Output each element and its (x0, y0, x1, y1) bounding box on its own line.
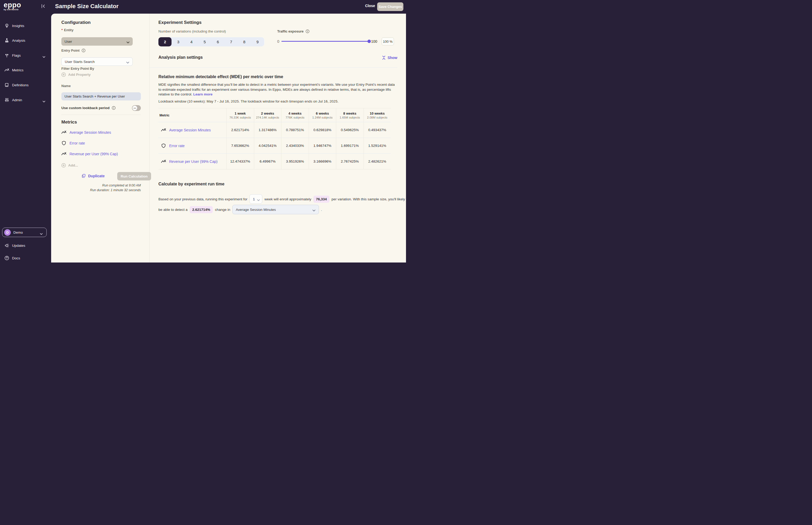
unfold-icon (382, 56, 386, 60)
chart-line-icon (161, 127, 166, 132)
lightbulb-icon (4, 23, 9, 28)
runtime-sentence-line-1: Based on your previous data, running thi… (159, 194, 405, 204)
divider (61, 115, 141, 115)
metric-item-revenue-per-user[interactable]: Revenue per User (99% Cap) (61, 151, 118, 156)
metrics-section-title: Metrics (61, 120, 77, 125)
copy-icon (81, 174, 86, 178)
runtime-metric-select[interactable]: Average Session Minutes (232, 205, 319, 214)
close-button[interactable]: Close (365, 4, 375, 8)
variation-option-7[interactable]: 7 (225, 37, 238, 46)
logo-subtext: by DATADOG (4, 9, 21, 11)
run-duration-note: Run duration: 1 minute 32 seconds (61, 188, 141, 192)
metric-link[interactable]: Average Session Minutes (159, 122, 226, 138)
sidebar-item-updates[interactable]: Updates (0, 241, 51, 250)
chevron-down-icon (257, 198, 260, 200)
learn-more-link[interactable]: Learn more (193, 92, 213, 96)
question-icon (4, 256, 9, 260)
mde-section-title: Relative minimum detectable effect (MDE)… (159, 74, 283, 79)
custom-lookback-toggle[interactable] (132, 105, 141, 111)
entry-point-label: Entry Point (61, 48, 86, 52)
run-calculation-button[interactable]: Run Calculation (117, 172, 151, 180)
name-input[interactable] (61, 92, 141, 101)
traffic-exposure-slider[interactable] (282, 41, 369, 42)
slider-max-label: 100 (371, 39, 377, 44)
entity-select[interactable]: User (61, 37, 133, 46)
analysis-plan-title: Analysis plan settings (159, 55, 203, 60)
mde-value: 1.946747% (309, 138, 336, 153)
column-header-8-weeks: 8 weeks1.65M subjects (336, 108, 363, 122)
table-header-row: Metric 1 week76.33K subjects 2 weeks274.… (159, 108, 391, 122)
mde-description: MDE signifies the smallest difference th… (159, 82, 396, 97)
metric-item-average-session-minutes[interactable]: Average Session Minutes (61, 130, 111, 135)
chevron-down-icon (126, 61, 129, 63)
mde-value: 7.653662% (226, 138, 254, 153)
mde-value: 4.042541% (254, 138, 282, 153)
account-switcher[interactable]: D Demo (2, 228, 47, 237)
runtime-section-title: Calculate by experiment run time (159, 182, 225, 186)
chevron-down-icon (312, 209, 316, 211)
variation-option-4[interactable]: 4 (185, 37, 198, 46)
variation-option-2[interactable]: 2 (159, 37, 171, 46)
run-completed-note: Run completed at 9:00 AM (61, 183, 141, 187)
traffic-exposure-label: Traffic exposure (277, 29, 310, 33)
mde-value: 0.493437% (363, 122, 391, 138)
mde-value: 3.166696% (309, 154, 336, 169)
logo-text: eppo (4, 1, 21, 9)
variation-option-8[interactable]: 8 (238, 37, 251, 46)
main-area: Experiment Settings Number of variations… (150, 14, 406, 262)
chevron-down-icon (126, 40, 130, 43)
add-property-button[interactable]: Add Property (61, 72, 91, 77)
variations-segmented-control: 2 3 4 5 6 7 8 9 (159, 37, 264, 46)
mde-value: 6.49967% (254, 154, 282, 169)
megaphone-icon (4, 243, 9, 248)
sidebar-item-docs[interactable]: Docs (0, 254, 51, 262)
variation-option-6[interactable]: 6 (211, 37, 225, 46)
mde-value: 2.482621% (363, 154, 391, 169)
column-header-4-weeks: 4 weeks776K subjects (281, 108, 309, 122)
shield-icon (161, 143, 166, 148)
entry-point-select[interactable]: User Starts Search (61, 57, 133, 66)
sidebar-item-definitions[interactable]: Definitions (0, 81, 51, 89)
variation-option-9[interactable]: 9 (251, 37, 264, 46)
sidebar: Insights Analysis Flags Metrics Definiti… (0, 14, 51, 262)
sidebar-item-admin[interactable]: Admin (0, 96, 51, 104)
column-header-6-weeks: 6 weeks1.24M subjects (309, 108, 336, 122)
mde-table: Metric 1 week76.33K subjects 2 weeks274.… (159, 108, 391, 169)
metric-link[interactable]: Error rate (159, 138, 226, 153)
flask-icon (4, 38, 9, 43)
toggle-knob (133, 106, 137, 110)
traffic-exposure-value[interactable]: 100 % (381, 38, 394, 45)
chart-line-icon (61, 130, 66, 135)
save-changes-button[interactable]: Save Changes (377, 2, 403, 11)
chart-line-icon (61, 151, 66, 156)
shield-icon (61, 140, 66, 146)
column-header-2-weeks: 2 weeks274.14K subjects (254, 108, 282, 122)
enrollment-value: 76,334 (313, 196, 329, 203)
sliders-icon (4, 97, 9, 102)
mde-value: 2.767425% (336, 154, 363, 169)
lookback-window-text: Lookback window (10 weeks): May 7 - Jul … (159, 100, 338, 103)
info-icon[interactable] (305, 29, 310, 33)
analysis-plan-show-button[interactable]: Show (382, 56, 397, 60)
sidebar-item-analysis[interactable]: Analysis (0, 36, 51, 44)
metric-link[interactable]: Revenue per User (99% Cap) (159, 154, 226, 169)
mde-value: 12.474337% (226, 154, 254, 169)
chevron-down-icon (40, 231, 43, 234)
variation-option-3[interactable]: 3 (171, 37, 185, 46)
mde-value: 1.529141% (363, 138, 391, 153)
chevron-down-icon (43, 99, 45, 101)
metric-item-error-rate[interactable]: Error rate (61, 140, 85, 146)
duplicate-button[interactable]: Duplicate (81, 174, 105, 178)
sidebar-item-metrics[interactable]: Metrics (0, 66, 51, 74)
info-icon[interactable] (81, 48, 86, 52)
table-row-revenue-per-user: Revenue per User (99% Cap) 12.474337% 6.… (159, 153, 391, 169)
weeks-select[interactable]: 1 (250, 194, 262, 204)
avatar: D (4, 229, 11, 236)
sidebar-item-insights[interactable]: Insights (0, 22, 51, 30)
add-metric-button[interactable]: Add... (61, 163, 78, 168)
sidebar-item-flags[interactable]: Flags (0, 51, 51, 59)
slider-thumb[interactable] (367, 40, 371, 43)
mde-value: 2.434033% (281, 138, 309, 153)
variation-option-5[interactable]: 5 (198, 37, 211, 46)
sidebar-collapse-icon[interactable] (41, 4, 46, 10)
